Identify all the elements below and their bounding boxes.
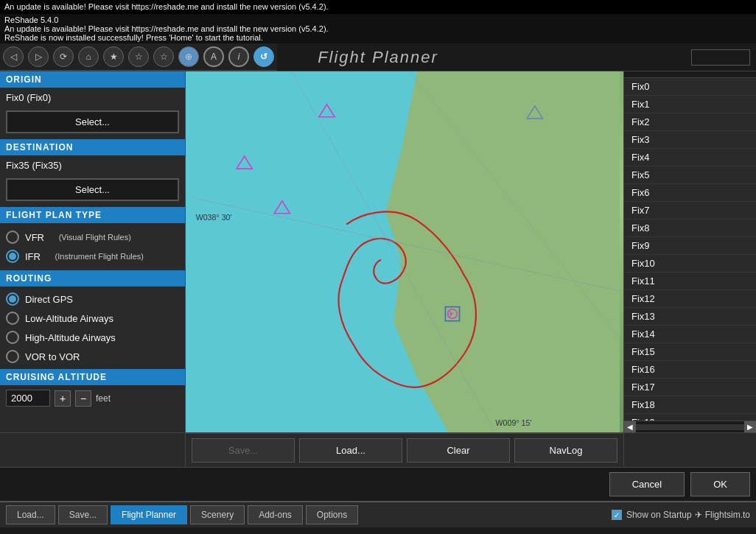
fix-item-fix14[interactable]: Fix14 bbox=[624, 326, 756, 343]
reshade-installed: ReShade is now installed successfully! P… bbox=[4, 33, 752, 42]
svg-text:W009° 15': W009° 15' bbox=[496, 419, 532, 428]
ok-button[interactable]: OK bbox=[690, 472, 750, 496]
taskbar-flight-planner-button[interactable]: Flight Planner bbox=[111, 505, 187, 524]
cancel-button[interactable]: Cancel bbox=[609, 472, 685, 496]
fix-item-fix13[interactable]: Fix13 bbox=[624, 308, 756, 326]
altitude-increase-button[interactable]: + bbox=[55, 390, 71, 407]
nav-forward-icon[interactable]: ▷ bbox=[28, 46, 49, 67]
right-panel: Fix0 Fix1 Fix2 Fix3 Fix4 Fix5 Fix6 Fix7 … bbox=[623, 71, 756, 432]
fix-item-fix4[interactable]: Fix4 bbox=[624, 149, 756, 166]
routing-vor-to-vor[interactable]: VOR to VOR bbox=[6, 347, 179, 366]
map-area[interactable]: ✈ W038° 30' W009° 15' bbox=[186, 71, 623, 432]
notification-line1: An update is available! Please visit htt… bbox=[4, 1, 752, 13]
origin-fix-label: Fix0 (Fix0) bbox=[0, 88, 185, 108]
origin-select-button[interactable]: Select... bbox=[6, 110, 179, 133]
plane-icon: ✈ bbox=[695, 510, 702, 520]
nav-refresh-icon[interactable]: ⟳ bbox=[53, 46, 74, 67]
direct-gps-radio[interactable] bbox=[6, 292, 19, 306]
cruising-altitude-header: CRUISING ALTITUDE bbox=[0, 369, 185, 385]
ifr-desc: (Instrument Flight Rules) bbox=[55, 252, 144, 261]
confirm-bar: Cancel OK bbox=[0, 467, 756, 501]
show-startup-label: Show on Startup bbox=[626, 510, 692, 520]
reshade-update: An update is available! Please visit htt… bbox=[4, 24, 752, 33]
reshade-bar: ReShade 5.4.0 An update is available! Pl… bbox=[0, 14, 756, 43]
show-startup-checkbox[interactable] bbox=[612, 510, 622, 520]
nav-star3-icon[interactable]: ☆ bbox=[153, 46, 174, 67]
fix-item-fix9[interactable]: Fix9 bbox=[624, 237, 756, 255]
fix-item-fix8[interactable]: Fix8 bbox=[624, 219, 756, 237]
fix-item-fix7[interactable]: Fix7 bbox=[624, 202, 756, 219]
scrollbar-track[interactable] bbox=[636, 424, 744, 430]
taskbar-options-button[interactable]: Options bbox=[306, 505, 358, 524]
map-svg: ✈ W038° 30' W009° 15' bbox=[186, 71, 623, 432]
altitude-decrease-button[interactable]: − bbox=[75, 390, 91, 407]
fix-item-fix6[interactable]: Fix6 bbox=[624, 184, 756, 202]
clear-button[interactable]: Clear bbox=[407, 438, 510, 463]
altitude-unit-label: feet bbox=[96, 393, 111, 404]
low-altitude-radio[interactable] bbox=[6, 312, 19, 325]
nav-circle-icon[interactable]: ⊕ bbox=[178, 46, 199, 67]
fix-item-fix19[interactable]: Fix19 bbox=[624, 414, 756, 421]
destination-select-button[interactable]: Select... bbox=[6, 178, 179, 201]
low-altitude-label: Low-Altitude Airways bbox=[25, 313, 113, 324]
nav-info-icon[interactable]: i bbox=[228, 46, 249, 67]
nav-a-icon[interactable]: A bbox=[203, 46, 224, 67]
fix-item-fix2[interactable]: Fix2 bbox=[624, 113, 756, 131]
taskbar-scenery-button[interactable]: Scenery bbox=[190, 505, 245, 524]
show-startup: Show on Startup bbox=[612, 510, 692, 520]
scrollbar-left-button[interactable]: ◀ bbox=[624, 421, 636, 433]
routing-header: ROUTING bbox=[0, 270, 185, 287]
high-altitude-radio[interactable] bbox=[6, 331, 19, 344]
ifr-radio[interactable] bbox=[6, 250, 19, 263]
routing-high-altitude[interactable]: High-Altitude Airways bbox=[6, 328, 179, 347]
taskbar-add-ons-button[interactable]: Add-ons bbox=[248, 505, 303, 524]
nav-active-icon[interactable]: ↺ bbox=[253, 46, 274, 67]
fix-item-fix16[interactable]: Fix16 bbox=[624, 361, 756, 379]
fix-item-fix3[interactable]: Fix3 bbox=[624, 131, 756, 149]
navlog-button[interactable]: NavLog bbox=[514, 438, 617, 463]
vfr-option[interactable]: VFR (Visual Flight Rules) bbox=[6, 228, 179, 247]
flight-plan-type-header: FLIGHT PLAN TYPE bbox=[0, 207, 185, 223]
high-altitude-label: High-Altitude Airways bbox=[25, 332, 116, 343]
routing-group: Direct GPS Low-Altitude Airways High-Alt… bbox=[0, 287, 185, 369]
nav-star1-icon[interactable]: ★ bbox=[103, 46, 124, 67]
vfr-label: VFR bbox=[25, 232, 44, 243]
nav-home-icon[interactable]: ⌂ bbox=[78, 46, 99, 67]
fix-item-fix1[interactable]: Fix1 bbox=[624, 96, 756, 113]
flight-plan-type-group: VFR (Visual Flight Rules) IFR (Instrumen… bbox=[0, 223, 185, 270]
vfr-radio[interactable] bbox=[6, 231, 19, 244]
vfr-desc: (Visual Flight Rules) bbox=[59, 233, 131, 242]
destination-header: DESTINATION bbox=[0, 139, 185, 155]
svg-text:✈: ✈ bbox=[447, 310, 454, 319]
fixes-list[interactable]: Fix0 Fix1 Fix2 Fix3 Fix4 Fix5 Fix6 Fix7 … bbox=[624, 78, 756, 421]
altitude-section: + − feet bbox=[0, 385, 185, 411]
fix-item-fix11[interactable]: Fix11 bbox=[624, 273, 756, 290]
destination-fix-label: Fix35 (Fix35) bbox=[0, 155, 185, 175]
taskbar-save-button[interactable]: Save... bbox=[58, 505, 108, 524]
fix-item-fix15[interactable]: Fix15 bbox=[624, 343, 756, 361]
fix-item-fix5[interactable]: Fix5 bbox=[624, 166, 756, 184]
altitude-input[interactable] bbox=[6, 390, 50, 407]
fix-item-fix17[interactable]: Fix17 bbox=[624, 379, 756, 396]
fix-item-fix0[interactable]: Fix0 bbox=[624, 78, 756, 96]
fix-item-fix18[interactable]: Fix18 bbox=[624, 396, 756, 414]
taskbar-load-button[interactable]: Load... bbox=[6, 505, 55, 524]
vor-to-vor-radio[interactable] bbox=[6, 350, 19, 363]
nav-input[interactable] bbox=[691, 49, 750, 66]
save-button[interactable]: Save... bbox=[192, 438, 295, 463]
fix-item-fix12[interactable]: Fix12 bbox=[624, 290, 756, 308]
origin-header: ORIGIN bbox=[0, 71, 185, 88]
action-bar: Save... Load... Clear NavLog bbox=[186, 433, 623, 467]
right-panel-scrollbar[interactable]: ◀ ▶ bbox=[624, 421, 756, 432]
nav-star2-icon[interactable]: ☆ bbox=[128, 46, 149, 67]
flightsim-text: Flightsim.to bbox=[705, 510, 750, 520]
ifr-label: IFR bbox=[25, 251, 41, 262]
routing-direct-gps[interactable]: Direct GPS bbox=[6, 289, 179, 309]
fix-item-fix10[interactable]: Fix10 bbox=[624, 255, 756, 273]
routing-low-altitude[interactable]: Low-Altitude Airways bbox=[6, 309, 179, 328]
ifr-option[interactable]: IFR (Instrument Flight Rules) bbox=[6, 247, 179, 266]
nav-back-icon[interactable]: ◁ bbox=[3, 46, 24, 67]
scrollbar-right-button[interactable]: ▶ bbox=[744, 421, 756, 433]
load-button[interactable]: Load... bbox=[299, 438, 402, 463]
taskbar: Load... Save... Flight Planner Scenery A… bbox=[0, 501, 756, 527]
